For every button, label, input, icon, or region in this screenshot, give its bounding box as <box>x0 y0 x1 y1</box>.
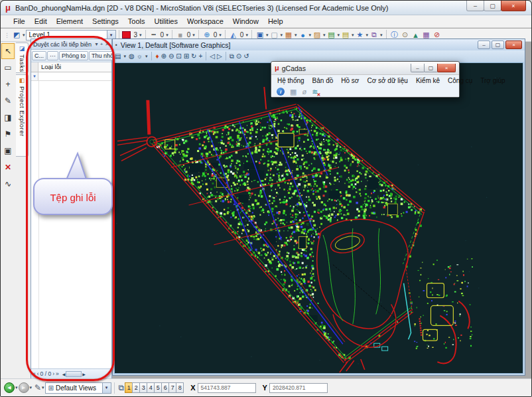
view-toggle-8[interactable]: 8 <box>176 382 184 393</box>
gcadas-minimize-button[interactable]: – <box>411 64 425 72</box>
groups-tool[interactable]: ⚑ <box>1 126 15 142</box>
chevron-down-icon[interactable]: ▾ <box>42 385 44 390</box>
chevron-down-icon[interactable]: ▾ <box>337 33 340 38</box>
chevron-down-icon[interactable]: ▾ <box>380 33 383 38</box>
chevron-down-icon[interactable]: ▾ <box>192 33 195 38</box>
gcadas-dialog[interactable]: μ gCadas – ▢ × Hệ thống Bản đồ Hồ sơ Cơ … <box>271 61 460 98</box>
chevron-down-icon[interactable]: ▾ <box>139 33 142 38</box>
pan-view-icon[interactable]: + <box>198 53 202 60</box>
gcadas-menu-inventory[interactable]: Kiểm kê <box>412 76 444 85</box>
element-selection-tool[interactable]: ↖ <box>1 43 15 59</box>
change-attributes-tool[interactable]: ◨ <box>1 110 15 125</box>
chevron-down-icon[interactable]: ▾ <box>96 41 98 47</box>
view-maximize-button[interactable]: ▢ <box>492 40 504 49</box>
menu-file[interactable]: File <box>9 16 30 27</box>
manipulate-tool[interactable]: + <box>1 76 15 92</box>
last-page-icon[interactable]: » <box>56 370 59 377</box>
chevron-down-icon[interactable]: ▾ <box>266 33 269 38</box>
chevron-down-icon[interactable]: ▾ <box>245 33 248 38</box>
error-grid-body[interactable] <box>31 81 111 368</box>
y-coordinate-field[interactable]: 2028420.871 <box>269 383 328 393</box>
close-icon[interactable]: ✕ <box>105 41 109 47</box>
zoom-in-icon[interactable]: ⊕ <box>161 53 166 60</box>
gcadas-maximize-button[interactable]: ▢ <box>424 64 438 72</box>
gcadas-menu-help[interactable]: Trợ giúp <box>476 76 509 85</box>
chevron-down-icon[interactable]: ▾ <box>145 54 148 59</box>
chevron-down-icon[interactable]: ▾ <box>323 33 326 38</box>
next-page-icon[interactable]: › <box>52 370 54 377</box>
chevron-down-icon[interactable]: ▾ <box>30 385 33 390</box>
menu-tools[interactable]: Tools <box>123 16 150 27</box>
menu-element[interactable]: Element <box>52 16 88 27</box>
c-dropdown-button[interactable]: C... <box>32 51 46 60</box>
gcadas-menu-system[interactable]: Hệ thống <box>273 76 308 85</box>
modify-tool[interactable]: ✎ <box>1 93 15 109</box>
more-button[interactable]: ··· <box>47 51 58 60</box>
chevron-down-icon[interactable]: ▾ <box>280 33 283 38</box>
gcadas-title-bar[interactable]: μ gCadas – ▢ × <box>271 62 459 75</box>
scroll-left-icon[interactable]: ◀ <box>62 372 66 376</box>
chevron-down-icon[interactable]: ▾ <box>123 54 126 59</box>
chevron-down-icon[interactable]: ▾ <box>102 383 111 393</box>
measure-tool[interactable]: ∿ <box>1 176 15 192</box>
menu-edit[interactable]: Edit <box>30 16 52 27</box>
active-element-template-icon[interactable]: ◩ <box>11 30 22 40</box>
fence-tool[interactable]: ▭ <box>1 60 15 76</box>
gcadas-menu-database[interactable]: Cơ sở dữ liệu <box>363 76 412 85</box>
window-area-icon[interactable]: ⊡ <box>176 53 181 60</box>
gcadas-menu-records[interactable]: Hồ sơ <box>337 76 363 85</box>
gcadas-close-button[interactable]: × <box>437 64 456 72</box>
keyin-tool-icon[interactable]: ✎ <box>34 383 41 392</box>
view1-title-bar[interactable]: ▪ View 1, Default [Software Graphics] – … <box>113 39 525 50</box>
first-page-icon[interactable]: « <box>33 370 36 377</box>
gcadas-menu-tools[interactable]: Công cụ <box>444 76 476 85</box>
menu-settings[interactable]: Settings <box>88 16 123 27</box>
chevron-down-icon[interactable]: ▾ <box>15 385 18 390</box>
chevron-down-icon[interactable]: ▾ <box>219 33 222 38</box>
copy-view-icon[interactable]: ⧉ <box>230 53 234 60</box>
view-close-button[interactable]: × <box>505 40 522 49</box>
close-button[interactable]: × <box>501 1 526 11</box>
filter-cell[interactable] <box>38 72 111 80</box>
chevron-down-icon[interactable]: ▾ <box>295 33 297 38</box>
chevron-down-icon[interactable]: ▾ <box>166 33 168 38</box>
view-next-icon[interactable]: ▷ <box>217 53 222 60</box>
prev-page-icon[interactable]: ‹ <box>37 370 39 377</box>
menu-help[interactable]: Help <box>263 16 288 27</box>
color-swatch[interactable] <box>122 31 131 39</box>
back-button[interactable]: ◀ <box>4 382 15 393</box>
scroll-right-icon[interactable]: ▶ <box>82 372 86 376</box>
tab-project-explorer[interactable]: ◧ Project Explorer <box>16 74 29 157</box>
manage-view-groups-icon[interactable]: ⧉ <box>119 383 125 392</box>
zoom-out-icon[interactable]: ⊖ <box>168 53 174 60</box>
view-orientation-icon[interactable]: ♦ <box>155 53 159 60</box>
menu-workspace[interactable]: Workspace <box>182 16 228 27</box>
remove-layers-icon[interactable]: ≋✕ <box>312 88 318 96</box>
view-previous-icon[interactable]: ◁ <box>210 53 215 60</box>
clip-mask-icon[interactable]: ↺ <box>243 53 249 60</box>
rotate-view-icon[interactable]: ↻ <box>191 53 196 60</box>
delete-element-tool[interactable]: ✕ <box>1 159 15 175</box>
table-icon[interactable]: ▦ <box>290 88 297 96</box>
pin-icon[interactable]: + <box>100 41 103 47</box>
error-type-column-header[interactable]: Loại lỗi <box>38 62 111 72</box>
display-style-icon[interactable]: ◍ <box>129 53 135 60</box>
zoom-in-button[interactable]: Phóng to <box>59 51 88 60</box>
view-groups-combo[interactable]: ⊞ Default Views ▾ <box>45 382 111 394</box>
x-coordinate-field[interactable]: 541743.887 <box>198 383 256 393</box>
filter-icon[interactable]: ▼ <box>31 72 38 80</box>
chevron-down-icon[interactable]: ▾ <box>366 33 369 38</box>
menu-window[interactable]: Window <box>228 16 263 27</box>
gcadas-menu-map[interactable]: Bản đồ <box>308 76 338 85</box>
horizontal-scrollbar[interactable]: ◀ ▶ <box>62 371 110 377</box>
fit-view-icon[interactable]: ⊞ <box>184 53 189 60</box>
tab-tasks[interactable]: ◪ Tasks <box>16 42 29 73</box>
chevron-down-icon[interactable]: ▾ <box>23 33 25 38</box>
adjust-brightness-icon[interactable]: ☼ <box>137 53 143 60</box>
chevron-down-icon[interactable]: ▾ <box>308 33 311 38</box>
forward-button[interactable]: ▶ <box>19 382 29 393</box>
clip-volume-icon[interactable]: ⊙ <box>236 53 241 60</box>
hide-eye-icon[interactable]: ø <box>302 88 306 96</box>
cells-tool[interactable]: ▣ <box>1 143 15 159</box>
view-minimize-button[interactable]: – <box>478 40 490 49</box>
